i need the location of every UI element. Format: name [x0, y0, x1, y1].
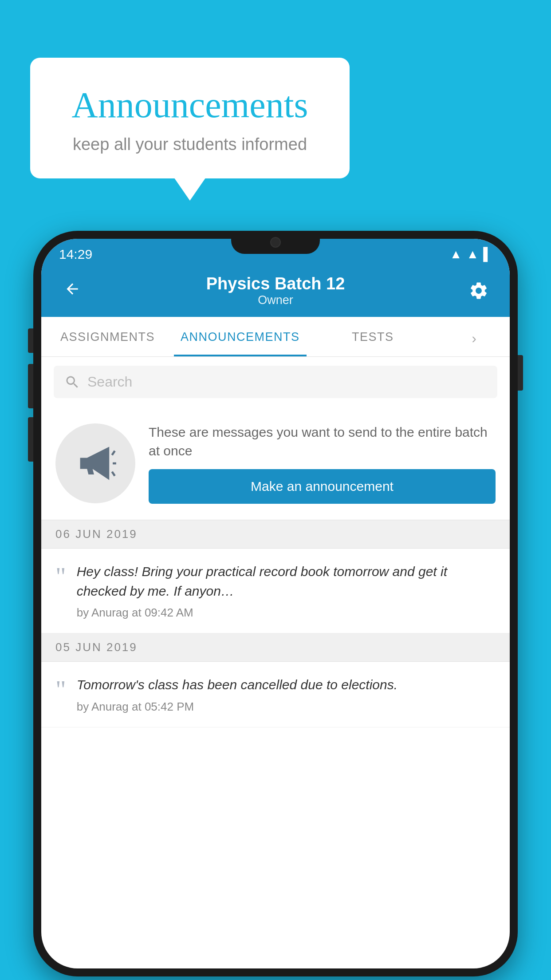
front-camera — [270, 237, 281, 248]
announcement-text-2: Tomorrow's class has been cancelled due … — [77, 675, 496, 695]
volume-up-button — [28, 364, 33, 408]
app-header: Physics Batch 12 Owner — [41, 266, 510, 317]
volume-down-button — [28, 417, 33, 462]
wifi-icon: ▲ — [450, 247, 462, 261]
header-center: Physics Batch 12 Owner — [86, 274, 465, 307]
tabs-bar: ASSIGNMENTS ANNOUNCEMENTS TESTS › — [41, 317, 510, 357]
bubble-title: Announcements — [52, 84, 327, 126]
quote-icon-1: " — [55, 564, 66, 620]
search-container: Search — [41, 357, 510, 407]
announce-description: These are messages you want to send to t… — [149, 423, 496, 460]
megaphone-icon — [73, 441, 118, 486]
tab-assignments[interactable]: ASSIGNMENTS — [41, 317, 174, 356]
search-placeholder: Search — [87, 374, 132, 390]
quote-icon-2: " — [55, 677, 66, 714]
tab-more[interactable]: › — [439, 317, 510, 356]
announcement-icon-circle — [55, 423, 135, 503]
announcement-prompt: These are messages you want to send to t… — [41, 407, 510, 520]
announcement-content-2: Tomorrow's class has been cancelled due … — [77, 675, 496, 714]
batch-title: Physics Batch 12 — [86, 274, 465, 293]
battery-icon: ▌ — [483, 247, 492, 261]
power-button — [518, 355, 523, 391]
back-button[interactable] — [59, 281, 86, 301]
announcement-text-1: Hey class! Bring your practical record b… — [77, 562, 496, 601]
user-role: Owner — [86, 293, 465, 307]
signal-icon: ▲ — [466, 247, 479, 261]
status-icons: ▲ ▲ ▌ — [450, 247, 492, 261]
bubble-subtitle: keep all your students informed — [52, 135, 327, 154]
announcement-meta-2: by Anurag at 05:42 PM — [77, 700, 496, 714]
speech-bubble: Announcements keep all your students inf… — [30, 58, 350, 178]
date-separator-jun5: 05 JUN 2019 — [41, 633, 510, 662]
back-arrow-icon — [64, 281, 81, 297]
tab-announcements[interactable]: ANNOUNCEMENTS — [174, 317, 307, 356]
gear-icon — [468, 281, 489, 301]
status-time: 14:29 — [59, 247, 92, 262]
search-bar[interactable]: Search — [54, 366, 497, 398]
make-announcement-button[interactable]: Make an announcement — [149, 469, 496, 504]
mute-button — [28, 328, 33, 353]
phone-screen: 14:29 ▲ ▲ ▌ Physics Batch 12 Owner — [41, 239, 510, 968]
svg-line-0 — [112, 451, 115, 455]
search-icon — [64, 374, 80, 390]
speech-bubble-container: Announcements keep all your students inf… — [30, 58, 350, 178]
settings-button[interactable] — [465, 277, 492, 304]
announcement-item-1: " Hey class! Bring your practical record… — [41, 549, 510, 633]
announcement-meta-1: by Anurag at 09:42 AM — [77, 606, 496, 620]
svg-line-2 — [112, 472, 115, 476]
tab-tests[interactable]: TESTS — [307, 317, 439, 356]
announcement-item-2: " Tomorrow's class has been cancelled du… — [41, 662, 510, 727]
announcement-content-1: Hey class! Bring your practical record b… — [77, 562, 496, 620]
phone-notch — [231, 231, 320, 254]
phone-container: 14:29 ▲ ▲ ▌ Physics Batch 12 Owner — [33, 231, 518, 976]
phone-frame: 14:29 ▲ ▲ ▌ Physics Batch 12 Owner — [33, 231, 518, 976]
date-separator-jun6: 06 JUN 2019 — [41, 520, 510, 549]
announce-right: These are messages you want to send to t… — [149, 423, 496, 504]
